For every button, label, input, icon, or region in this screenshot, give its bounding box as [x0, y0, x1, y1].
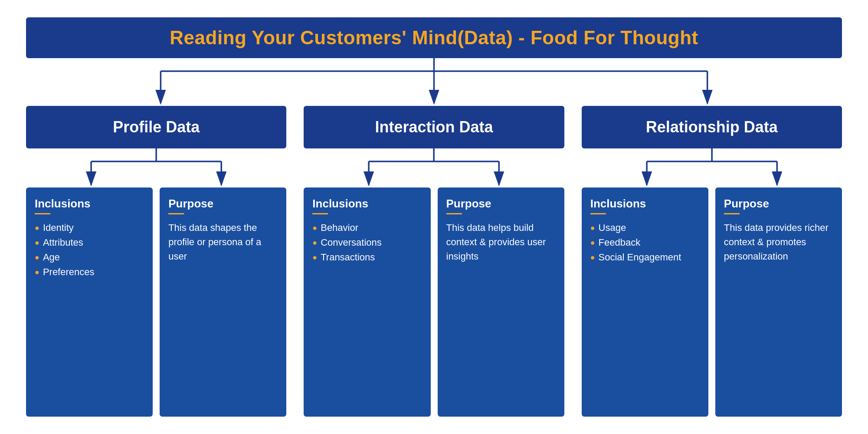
list-item: Preferences	[35, 265, 144, 279]
underline-profile-purpose	[168, 213, 184, 214]
list-profile-inclusions: Identity Attributes Age Preferences	[35, 220, 144, 279]
sub-box-interaction-inclusions: Inclusions Behavior Conversations Transa…	[304, 187, 430, 417]
category-label-profile: Profile Data	[35, 118, 278, 136]
page-container: Reading Your Customers' Mind(Data) - Foo…	[0, 0, 868, 434]
mid-connector-profile	[26, 148, 286, 187]
page-title: Reading Your Customers' Mind(Data) - Foo…	[39, 27, 829, 49]
list-item: Conversations	[312, 235, 422, 250]
list-relationship-inclusions: Usage Feedback Social Engagement	[590, 220, 700, 265]
sub-title-interaction-inclusions: Inclusions	[312, 197, 422, 210]
underline-interaction-purpose	[446, 213, 462, 214]
category-label-relationship: Relationship Data	[590, 118, 833, 136]
column-profile: Profile Data	[26, 106, 286, 417]
columns-container: Profile Data	[26, 106, 842, 417]
mid-connector-relationship-svg	[582, 148, 842, 187]
category-label-interaction: Interaction Data	[312, 118, 555, 136]
category-box-interaction: Interaction Data	[304, 106, 564, 148]
sub-row-relationship: Inclusions Usage Feedback Social Engagem…	[582, 187, 842, 417]
sub-title-profile-purpose: Purpose	[168, 197, 278, 210]
underline-relationship-inclusions	[590, 213, 606, 214]
sub-title-relationship-purpose: Purpose	[724, 197, 833, 210]
list-item: Age	[35, 250, 144, 265]
mid-connector-profile-svg	[26, 148, 286, 187]
list-item: Feedback	[590, 235, 700, 250]
sub-title-interaction-purpose: Purpose	[446, 197, 556, 210]
column-relationship: Relationship Data	[582, 106, 842, 417]
underline-profile-inclusions	[35, 213, 50, 214]
sub-title-profile-inclusions: Inclusions	[35, 197, 144, 210]
sub-box-profile-inclusions: Inclusions Identity Attributes Age Prefe…	[26, 187, 153, 417]
list-interaction-inclusions: Behavior Conversations Transactions	[312, 220, 422, 265]
list-item: Usage	[590, 220, 700, 235]
sub-row-profile: Inclusions Identity Attributes Age Prefe…	[26, 187, 286, 417]
sub-row-interaction: Inclusions Behavior Conversations Transa…	[304, 187, 564, 417]
purpose-text-relationship: This data provides richer context & prom…	[724, 220, 833, 263]
sub-box-profile-purpose: Purpose This data shapes the profile or …	[160, 187, 286, 417]
list-item: Social Engagement	[590, 250, 700, 265]
purpose-text-interaction: This data helps build context & provides…	[446, 220, 556, 263]
header-banner: Reading Your Customers' Mind(Data) - Foo…	[26, 17, 842, 58]
mid-connector-interaction	[304, 148, 564, 187]
mid-connector-relationship	[582, 148, 842, 187]
column-interaction: Interaction Data	[304, 106, 564, 417]
list-item: Attributes	[35, 235, 144, 250]
mid-connector-interaction-svg	[304, 148, 564, 187]
top-connector-svg	[26, 58, 842, 106]
sub-box-relationship-inclusions: Inclusions Usage Feedback Social Engagem…	[582, 187, 708, 417]
top-connector-area	[26, 58, 842, 106]
category-box-relationship: Relationship Data	[582, 106, 842, 148]
underline-interaction-inclusions	[312, 213, 328, 214]
list-item: Behavior	[312, 220, 422, 235]
sub-title-relationship-inclusions: Inclusions	[590, 197, 700, 210]
sub-box-relationship-purpose: Purpose This data provides richer contex…	[715, 187, 842, 417]
sub-box-interaction-purpose: Purpose This data helps build context & …	[438, 187, 564, 417]
purpose-text-profile: This data shapes the profile or persona …	[168, 220, 278, 263]
category-box-profile: Profile Data	[26, 106, 286, 148]
list-item: Identity	[35, 220, 144, 235]
list-item: Transactions	[312, 250, 422, 265]
underline-relationship-purpose	[724, 213, 740, 214]
